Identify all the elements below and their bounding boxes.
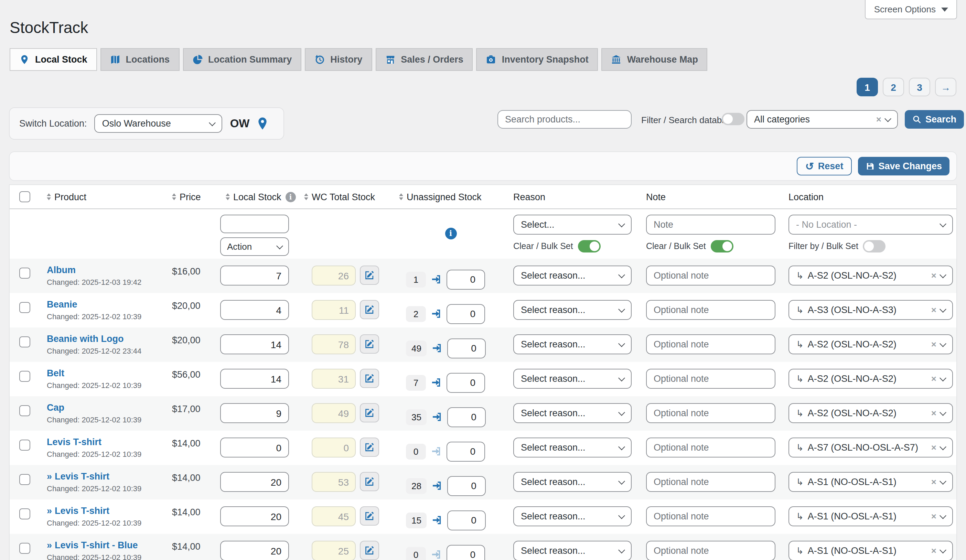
header-price[interactable]: Price: [179, 192, 201, 202]
header-unassigned[interactable]: Unassigned Stock: [407, 192, 481, 202]
note-input[interactable]: [646, 506, 775, 526]
row-checkbox[interactable]: [19, 543, 30, 554]
tab-history[interactable]: History: [305, 48, 372, 71]
header-local-stock[interactable]: Local Stock: [233, 192, 281, 202]
reason-select[interactable]: Select reason...: [513, 438, 632, 458]
sort-icon[interactable]: [226, 193, 230, 200]
location-select[interactable]: ↳ A-S1 (NO-OSL-A-S1) ×: [789, 506, 953, 526]
tab-inventory-snapshot[interactable]: Inventory Snapshot: [476, 48, 598, 71]
reason-select[interactable]: Select reason...: [513, 403, 632, 423]
bulk-note-input[interactable]: [646, 215, 775, 235]
location-select[interactable]: ↳ A-S2 (OSL-NO-A-S2) ×: [789, 369, 953, 389]
location-select[interactable]: ↳ A-S2 (OSL-NO-A-S2) ×: [789, 266, 953, 286]
tab-sales-orders[interactable]: Sales / Orders: [375, 48, 473, 71]
transfer-in-icon[interactable]: [432, 480, 443, 491]
tab-local-stock[interactable]: Local Stock: [10, 48, 97, 71]
row-checkbox[interactable]: [19, 302, 30, 313]
edit-stock-button[interactable]: [360, 403, 379, 422]
edit-stock-button[interactable]: [360, 334, 379, 354]
transfer-in-icon[interactable]: [431, 377, 442, 388]
product-link[interactable]: Album: [47, 265, 76, 275]
bulk-reason-select[interactable]: Select...: [513, 215, 632, 235]
local-stock-input[interactable]: [220, 266, 289, 286]
adjust-stock-input[interactable]: [447, 373, 485, 392]
reason-select[interactable]: Select reason...: [513, 541, 632, 560]
edit-stock-button[interactable]: [360, 369, 379, 388]
location-select[interactable]: ↳ A-S2 (OSL-NO-A-S2) ×: [789, 334, 953, 354]
pagination-page-3[interactable]: 3: [909, 78, 930, 96]
header-product[interactable]: Product: [54, 192, 86, 202]
info-icon[interactable]: i: [445, 228, 457, 240]
adjust-stock-input[interactable]: [447, 441, 485, 461]
note-input[interactable]: [646, 369, 775, 389]
local-stock-input[interactable]: [220, 506, 289, 526]
row-checkbox[interactable]: [19, 474, 30, 485]
pagination-page-2[interactable]: 2: [883, 78, 904, 96]
tab-locations[interactable]: Locations: [100, 48, 179, 71]
info-icon[interactable]: i: [286, 192, 296, 202]
clear-icon[interactable]: ×: [931, 339, 936, 350]
reset-button[interactable]: ↺ Reset: [797, 157, 852, 176]
local-stock-input[interactable]: [220, 438, 289, 458]
local-stock-input[interactable]: [220, 334, 289, 354]
clear-icon[interactable]: ×: [931, 408, 936, 418]
filter-db-toggle[interactable]: [722, 113, 744, 125]
clear-icon[interactable]: ×: [931, 374, 936, 384]
note-input[interactable]: [646, 438, 775, 458]
sort-icon[interactable]: [304, 193, 308, 200]
location-select[interactable]: ↳ A-S1 (NO-OSL-A-S1) ×: [789, 472, 953, 492]
location-filter-bulk-toggle[interactable]: [863, 240, 886, 253]
adjust-stock-input[interactable]: [447, 545, 485, 560]
row-checkbox[interactable]: [19, 371, 30, 382]
clear-icon[interactable]: ×: [931, 511, 936, 521]
local-stock-input[interactable]: [220, 541, 289, 560]
category-select[interactable]: All categories ×: [746, 110, 898, 129]
product-link[interactable]: »Levis T-shirt - Blue: [47, 540, 138, 550]
sort-icon[interactable]: [172, 193, 176, 200]
clear-icon[interactable]: ×: [931, 477, 936, 487]
reason-clear-bulk-toggle[interactable]: [578, 240, 601, 253]
edit-stock-button[interactable]: [360, 300, 379, 319]
note-input[interactable]: [646, 300, 775, 320]
switch-location-select[interactable]: Oslo Warehouse: [95, 114, 223, 133]
location-select[interactable]: ↳ A-S7 (OSL-NO-OSL-A-S7) ×: [789, 438, 953, 458]
bulk-stock-input[interactable]: [220, 215, 289, 233]
row-checkbox[interactable]: [19, 508, 30, 519]
row-checkbox[interactable]: [19, 405, 30, 416]
sort-icon[interactable]: [399, 193, 403, 200]
product-link[interactable]: »Levis T-shirt: [47, 506, 109, 516]
clear-icon[interactable]: ×: [931, 305, 936, 315]
product-link[interactable]: Beanie: [47, 299, 77, 310]
local-stock-input[interactable]: [220, 472, 289, 492]
local-stock-input[interactable]: [220, 403, 289, 423]
save-changes-button[interactable]: Save Changes: [858, 157, 950, 176]
adjust-stock-input[interactable]: [448, 338, 486, 358]
note-input[interactable]: [646, 266, 775, 286]
reason-select[interactable]: Select reason...: [513, 369, 632, 389]
adjust-stock-input[interactable]: [447, 269, 485, 289]
reason-select[interactable]: Select reason...: [513, 506, 632, 526]
edit-stock-button[interactable]: [360, 472, 379, 491]
product-link[interactable]: »Levis T-shirt: [47, 471, 109, 481]
product-link[interactable]: Cap: [47, 402, 64, 413]
transfer-in-icon[interactable]: [432, 343, 443, 354]
edit-stock-button[interactable]: [360, 506, 379, 526]
clear-icon[interactable]: ×: [931, 545, 936, 556]
reason-select[interactable]: Select reason...: [513, 300, 632, 320]
reason-select[interactable]: Select reason...: [513, 472, 632, 492]
bulk-action-select[interactable]: Action: [220, 237, 289, 256]
search-button[interactable]: Search: [905, 110, 964, 129]
adjust-stock-input[interactable]: [448, 407, 486, 427]
row-checkbox[interactable]: [19, 337, 30, 347]
transfer-in-icon[interactable]: [431, 446, 442, 457]
location-select[interactable]: ↳ A-S3 (OSL-NO-A-S3) ×: [789, 300, 953, 320]
transfer-in-icon[interactable]: [431, 308, 442, 319]
pagination-next-button[interactable]: →: [935, 78, 956, 96]
tab-warehouse-map[interactable]: Warehouse Map: [602, 48, 708, 71]
location-select[interactable]: ↳ A-S1 (NO-OSL-A-S1) ×: [789, 541, 953, 560]
location-select[interactable]: ↳ A-S2 (OSL-NO-A-S2) ×: [789, 403, 953, 423]
product-link[interactable]: Beanie with Logo: [47, 333, 124, 344]
pagination-page-1[interactable]: 1: [857, 78, 878, 96]
product-link[interactable]: Levis T-shirt: [47, 437, 102, 447]
reason-select[interactable]: Select reason...: [513, 334, 632, 354]
